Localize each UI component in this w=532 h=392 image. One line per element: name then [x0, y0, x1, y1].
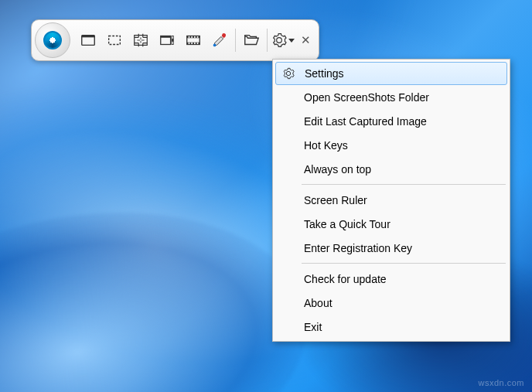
menu-item-label: Exit [300, 321, 322, 333]
active-window-capture-icon [132, 32, 149, 49]
svg-rect-16 [191, 43, 193, 44]
menu-item-ruler[interactable]: Screen Ruler [275, 188, 507, 212]
svg-rect-11 [189, 36, 190, 38]
gear-icon [271, 32, 287, 49]
menu-item-hotkeys[interactable]: Hot Keys [275, 133, 507, 157]
menu-item-label: About [300, 297, 332, 309]
fullscreen-capture-button[interactable] [77, 29, 100, 52]
active-window-capture-button[interactable] [129, 29, 152, 52]
menu-item-label: Open ScreenShots Folder [300, 91, 429, 104]
region-capture-icon [106, 32, 123, 49]
menu-item-settings[interactable]: Settings [275, 62, 507, 85]
scrolling-capture-button[interactable] [155, 29, 179, 52]
menu-item-registration[interactable]: Enter Registration Key [275, 236, 507, 260]
menu-item-label: Always on top [300, 163, 371, 176]
menu-item-edit-last[interactable]: Edit Last Captured Image [275, 109, 507, 133]
menu-item-label: Enter Registration Key [300, 242, 412, 254]
settings-context-menu: Settings Open ScreenShots Folder Edit La… [272, 59, 510, 342]
app-logo[interactable] [35, 22, 70, 58]
svg-rect-17 [194, 43, 196, 44]
svg-rect-18 [197, 43, 199, 44]
menu-item-label: Hot Keys [300, 139, 348, 152]
menu-item-always-on-top[interactable]: Always on top [275, 157, 507, 181]
menu-item-label: Take a Quick Tour [300, 218, 390, 230]
color-picker-button[interactable] [208, 29, 231, 52]
fullscreen-capture-icon [80, 32, 97, 49]
scrolling-capture-icon [159, 32, 176, 49]
toolbar-separator [267, 29, 268, 52]
svg-rect-5 [161, 36, 171, 38]
open-folder-button[interactable] [240, 29, 263, 52]
video-capture-button[interactable] [182, 29, 205, 52]
gear-icon [282, 67, 295, 80]
svg-rect-12 [191, 36, 193, 38]
svg-rect-7 [172, 39, 173, 42]
menu-separator [302, 263, 506, 264]
screenshot-toolbar: ✕ [31, 19, 319, 61]
chevron-down-icon [288, 39, 295, 43]
svg-rect-15 [189, 43, 190, 44]
menu-item-open-folder[interactable]: Open ScreenShots Folder [275, 85, 507, 109]
color-picker-icon [211, 32, 228, 49]
toolbar-separator [235, 29, 236, 52]
svg-rect-3 [135, 36, 148, 46]
svg-rect-2 [109, 36, 121, 45]
svg-rect-14 [197, 36, 199, 38]
menu-item-update[interactable]: Check for update [275, 267, 507, 291]
menu-item-label: Edit Last Captured Image [300, 115, 427, 128]
menu-item-exit[interactable]: Exit [275, 315, 507, 339]
menu-separator [302, 184, 506, 185]
close-button[interactable]: ✕ [298, 33, 314, 47]
menu-item-about[interactable]: About [275, 291, 507, 315]
settings-dropdown-button[interactable] [271, 29, 295, 52]
menu-item-label: Settings [301, 67, 344, 80]
svg-rect-13 [194, 36, 196, 38]
region-capture-button[interactable] [103, 29, 126, 52]
menu-item-label: Check for update [300, 273, 387, 285]
menu-item-label: Screen Ruler [300, 194, 367, 206]
svg-point-19 [213, 44, 217, 47]
menu-item-tour[interactable]: Take a Quick Tour [275, 212, 507, 236]
open-folder-icon [243, 32, 260, 49]
svg-rect-1 [82, 36, 95, 38]
video-capture-icon [185, 32, 202, 49]
watermark: wsxdn.com [478, 378, 524, 387]
